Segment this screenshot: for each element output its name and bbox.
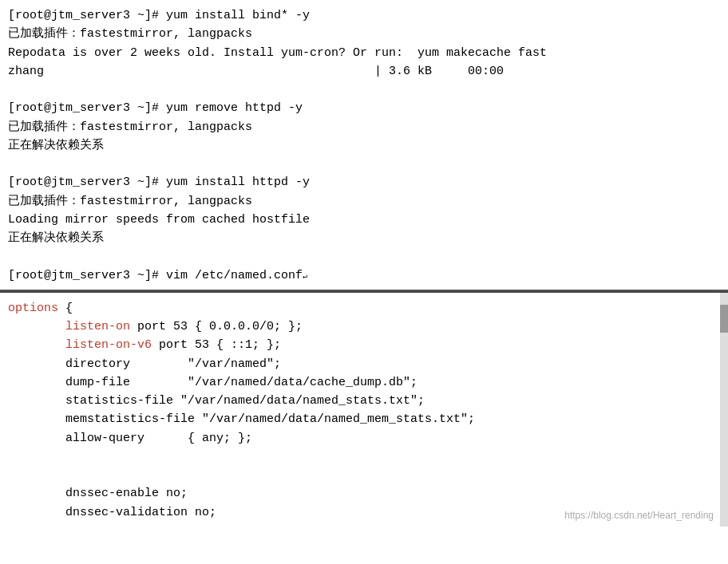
conf-dnssec-enable: dnssec-enable no; xyxy=(8,484,720,503)
info-line-3: zhang | 3.6 kB 00:00 xyxy=(8,62,720,81)
info-line-1: 已加载插件：fastestmirror, langpacks xyxy=(8,25,720,43)
conf-listen-on: listen-on port 53 { 0.0.0.0/0; }; xyxy=(8,317,720,336)
conf-allow-query: allow-query { any; }; xyxy=(8,429,720,448)
info-line-8: 正在解决依赖关系 xyxy=(8,229,720,247)
blank-conf-1 xyxy=(8,448,720,466)
scroll-thumb[interactable] xyxy=(720,305,728,333)
cmd-line-3: [root@jtm_server3 ~]# yum install httpd … xyxy=(8,173,720,191)
cmd-line-2: [root@jtm_server3 ~]# yum remove httpd -… xyxy=(8,99,720,117)
watermark: https://blog.csdn.net/Heart_rending xyxy=(564,508,714,523)
info-line-2: Repodata is over 2 weeks old. Install yu… xyxy=(8,44,720,62)
terminal-bottom-section: options { listen-on port 53 { 0.0.0.0/0;… xyxy=(0,293,728,527)
conf-directory: directory "/var/named"; xyxy=(8,355,720,373)
terminal-top-section: [root@jtm_server3 ~]# yum install bind* … xyxy=(0,0,728,291)
conf-listen-on-v6: listen-on-v6 port 53 { ::1; }; xyxy=(8,336,720,354)
info-line-6: 已加载插件：fastestmirror, langpacks xyxy=(8,192,720,211)
conf-dump-file: dump-file "/var/named/data/cache_dump.db… xyxy=(8,373,720,392)
info-line-5: 正在解决依赖关系 xyxy=(8,136,720,155)
scroll-bar-right[interactable] xyxy=(720,293,728,527)
info-line-4: 已加载插件：fastestmirror, langpacks xyxy=(8,118,720,136)
cmd-line-4: [root@jtm_server3 ~]# vim /etc/named.con… xyxy=(8,266,720,285)
conf-options-line: options { xyxy=(8,299,720,317)
cmd-line-1: [root@jtm_server3 ~]# yum install bind* … xyxy=(8,6,720,25)
blank-conf-2 xyxy=(8,466,720,484)
blank-3 xyxy=(8,247,720,266)
conf-statistics-file: statistics-file "/var/named/data/named_s… xyxy=(8,392,720,410)
blank-2 xyxy=(8,155,720,173)
conf-memstatistics-file: memstatistics-file "/var/named/data/name… xyxy=(8,410,720,428)
info-line-7: Loading mirror speeds from cached hostfi… xyxy=(8,211,720,229)
blank-1 xyxy=(8,81,720,99)
